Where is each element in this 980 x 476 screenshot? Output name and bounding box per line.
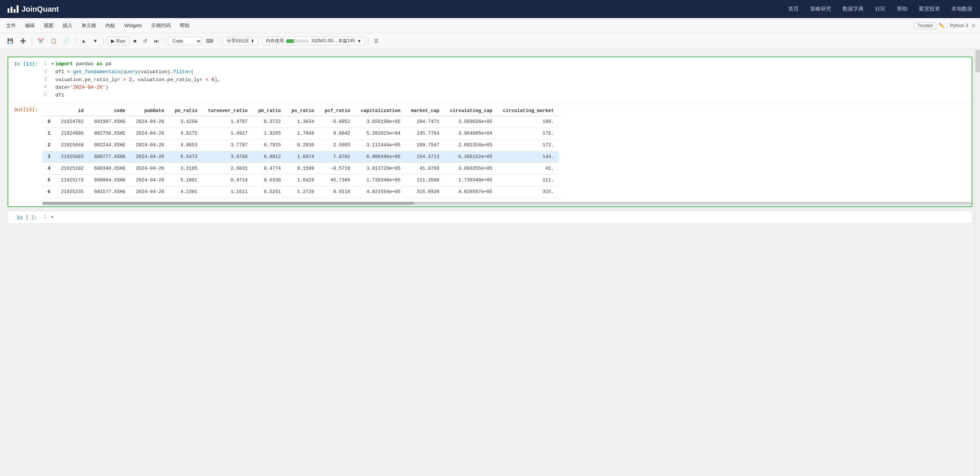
th-id: id [56, 106, 89, 116]
menu-widgets[interactable]: Widgets [123, 22, 143, 29]
output-scroll[interactable]: id code pubDate pe_ratio turnover_ratio … [42, 106, 972, 198]
code-line-1: 1 ▼ import pandas as pd [42, 60, 972, 68]
menu-insert[interactable]: 插入 [61, 22, 74, 30]
memory-bar-fill [286, 39, 294, 43]
table-row: 521925173600064.XSHG2024-04-265.10010.97… [42, 174, 559, 186]
code-line-4: 4 ▼ date='2024-04-26') [42, 84, 972, 92]
th-capitalization: capitalization [356, 106, 406, 116]
page-scrollbar[interactable] [975, 49, 980, 476]
restart-button[interactable]: ↺ [140, 36, 150, 45]
separator-2 [75, 37, 75, 45]
table-row: 321925083600777.XSHG2024-04-266.54733.97… [42, 151, 559, 163]
empty-code-area[interactable]: 1 ▼ [42, 214, 972, 221]
table-row: 621925235601577.XSHG2024-04-264.23011.16… [42, 186, 559, 198]
separator-1 [32, 37, 32, 45]
menu-edit[interactable]: 编辑 [24, 22, 36, 30]
memory-value: 332M/1.0G，本篇145 [311, 38, 355, 44]
code-line-2: 2 ▼ df1 = get_fundamentals(query(valuati… [42, 68, 972, 76]
circle-icon [972, 24, 975, 27]
restart-run-button[interactable]: ⏭ [151, 36, 162, 45]
code-line-5: 5 ▼ df1 [42, 92, 972, 100]
menu-cell[interactable]: 单元格 [80, 22, 98, 30]
trusted-badge[interactable]: Trusted [914, 22, 936, 29]
save-button[interactable]: 💾 [5, 36, 16, 45]
th-turnover: turnover_ratio [203, 106, 253, 116]
scrollbar-thumb[interactable] [975, 50, 980, 72]
th-market-cap: market_cap [406, 106, 445, 116]
menu-view[interactable]: 视图 [42, 22, 55, 30]
th-code: code [89, 106, 131, 116]
trusted-area: Trusted ✏️ Python 3 [914, 22, 975, 29]
data-table: id code pubDate pe_ratio turnover_ratio … [42, 106, 559, 198]
nav-data[interactable]: 数据字典 [843, 4, 864, 14]
memory-bar [286, 39, 309, 43]
empty-cell-inner: In [ ]: 1 ▼ [8, 211, 972, 223]
run-button[interactable]: ▶ Run [107, 36, 129, 45]
th-pubdate: pubDate [130, 106, 170, 116]
memory-chevron-icon[interactable]: ▼ [357, 38, 362, 44]
nav-links: 首页 策略研究 数据字典 社区 帮助 聚宽投资 本地数据 [788, 4, 972, 14]
separator-4 [165, 37, 165, 45]
nav-strategy[interactable]: 策略研究 [810, 4, 831, 14]
table-header: id code pubDate pe_ratio turnover_ratio … [42, 106, 559, 116]
th-pe-ratio: pe_ratio [170, 106, 203, 116]
add-cell-button[interactable]: ➕ [18, 36, 29, 45]
logo[interactable]: JoinQuant [8, 5, 59, 14]
share-button[interactable]: 分享到社区 ⬆ [222, 36, 259, 45]
table-row: 021924782601997.XSHG2024-04-263.42501.47… [42, 116, 559, 127]
th-pb-ratio: pb_ratio [253, 106, 286, 116]
move-down-button[interactable]: ▼ [90, 36, 100, 45]
cut-button[interactable]: ✂️ [35, 36, 46, 45]
icon-toolbar: 💾 ➕ ✂️ 📋 📄 ▲ ▼ ▶ Run ■ ↺ ⏭ Code Markdown… [0, 33, 980, 49]
menu-kernel[interactable]: 内核 [104, 22, 117, 30]
stop-button[interactable]: ■ [131, 36, 139, 45]
empty-cell-label: In [ ]: [8, 214, 42, 220]
empty-cell: In [ ]: 1 ▼ [8, 211, 972, 224]
collapse-icon[interactable]: ▼ [51, 61, 54, 68]
menu-items: 文件 编辑 视图 插入 单元格 内核 Widgets 示例代码 帮助 [5, 22, 191, 30]
empty-collapse-icon[interactable]: ▼ [51, 214, 54, 221]
code-line-3: 3 ▼ valuation.pe_ratio_lyr > 2, valuatio… [42, 76, 972, 84]
menu-bar: 文件 编辑 视图 插入 单元格 内核 Widgets 示例代码 帮助 Trust… [0, 18, 980, 33]
menu-help[interactable]: 帮助 [178, 22, 191, 30]
menu-examples[interactable]: 示例代码 [150, 22, 172, 30]
nav-invest[interactable]: 聚宽投资 [919, 4, 940, 14]
table-row: 121924886002756.XSHE2024-04-264.81751.49… [42, 127, 559, 139]
run-icon: ▶ [111, 38, 115, 44]
cell-type-select[interactable]: Code Markdown Raw [168, 37, 202, 45]
separator-3 [103, 37, 104, 45]
memory-label: 内存使用 [266, 38, 284, 44]
main-content: In [13]: 1 ▼ import pandas as pd 2 ▼ df1… [0, 49, 980, 476]
pencil-icon[interactable]: ✏️ [939, 23, 945, 28]
cell-input-label: In [13]: [8, 60, 42, 67]
menu-file[interactable]: 文件 [5, 22, 18, 30]
nav-local[interactable]: 本地数据 [951, 4, 972, 14]
move-up-button[interactable]: ▲ [78, 36, 89, 45]
table-horizontal-scrollbar[interactable] [42, 202, 972, 206]
keyboard-button[interactable]: ⌨ [204, 36, 216, 45]
cell-input: In [13]: 1 ▼ import pandas as pd 2 ▼ df1… [8, 57, 972, 103]
th-ps-ratio: ps_ratio [286, 106, 319, 116]
list-button[interactable]: ☰ [371, 36, 381, 45]
nav-community[interactable]: 社区 [875, 4, 886, 14]
code-area[interactable]: 1 ▼ import pandas as pd 2 ▼ df1 = get_fu… [42, 60, 972, 100]
run-label: Run [116, 38, 125, 44]
th-pcf-ratio: pcf_ratio [319, 106, 356, 116]
top-navigation: JoinQuant 首页 策略研究 数据字典 社区 帮助 聚宽投资 本地数据 [0, 0, 980, 18]
copy-button[interactable]: 📋 [48, 36, 59, 45]
python-version: Python 3 [947, 23, 968, 28]
share-icon: ⬆ [251, 38, 255, 44]
cell-output-label: Out[13]: [8, 106, 42, 113]
th-circulating-market: circulating_market [498, 106, 559, 116]
nav-help[interactable]: 帮助 [897, 4, 907, 14]
separator-6 [368, 37, 368, 45]
paste-button[interactable]: 📄 [61, 36, 72, 45]
logo-text: JoinQuant [22, 5, 59, 14]
logo-icon [8, 5, 19, 13]
th-idx [42, 106, 56, 116]
th-circulating-cap: circulating_cap [445, 106, 498, 116]
empty-code-line: 1 ▼ [42, 214, 972, 221]
code-cell: In [13]: 1 ▼ import pandas as pd 2 ▼ df1… [8, 57, 972, 207]
nav-home[interactable]: 首页 [788, 4, 799, 14]
separator-5 [219, 37, 220, 45]
